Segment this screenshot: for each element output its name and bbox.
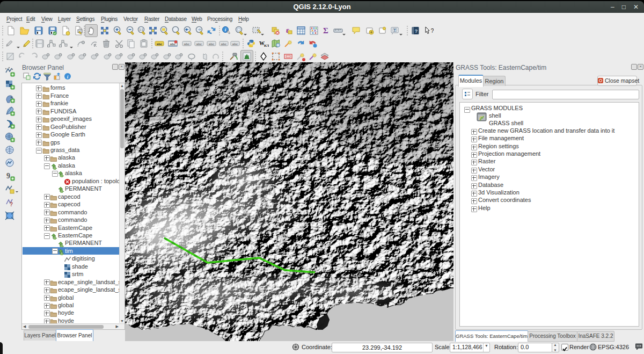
svg-text:?: ? [431, 27, 434, 34]
svg-text:abc: abc [209, 42, 215, 46]
svg-text:abc: abc [196, 42, 202, 46]
svg-text:1:1: 1:1 [140, 28, 143, 31]
svg-text:Σ: Σ [323, 26, 328, 35]
svg-text:abc: abc [221, 42, 227, 46]
svg-text:?: ? [415, 28, 418, 34]
svg-text:KT: KT [264, 44, 269, 48]
svg-text:abc: abc [157, 42, 163, 46]
svg-text:abc: abc [232, 42, 238, 46]
svg-text:?: ? [10, 201, 13, 207]
svg-text:T: T [394, 28, 396, 32]
svg-text:9: 9 [6, 172, 10, 180]
svg-text:abc: abc [184, 42, 190, 46]
